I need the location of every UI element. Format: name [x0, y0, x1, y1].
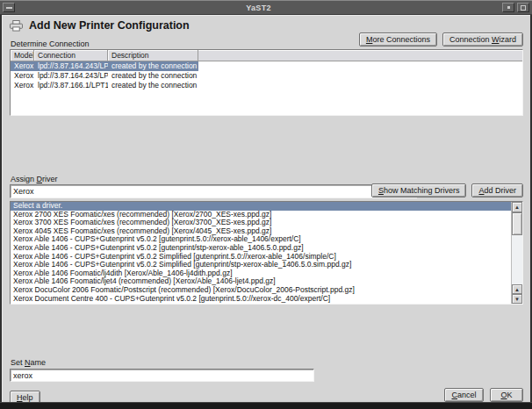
- scroll-up-button[interactable]: ▲: [512, 202, 522, 212]
- window-controls: [502, 3, 529, 12]
- driver-buttons: Show Matching Drivers Add Driver: [371, 183, 523, 197]
- driver-list-item[interactable]: Xerox Able 1406 - CUPS+Gutenprint v5.0.2…: [11, 235, 511, 244]
- button-label: Show Matching Drivers: [378, 186, 460, 195]
- connection-table-header: Model Connection Description: [11, 50, 522, 61]
- column-header-model[interactable]: Model: [11, 50, 34, 61]
- driver-list-item[interactable]: Xerox Able 1406 - CUPS+Gutenprint v5.0.2…: [11, 244, 511, 253]
- button-label: Help: [17, 393, 33, 402]
- button-label: Add Driver: [478, 186, 516, 195]
- iconify-button[interactable]: [502, 3, 514, 12]
- window-frame-bottom: [0, 402, 532, 409]
- button-label: Cancel: [451, 391, 476, 399]
- driver-list-item[interactable]: Xerox Document Centre 400 - CUPS+Gutenpr…: [11, 295, 511, 304]
- cell-model: Xerox: [11, 71, 34, 81]
- maximize-icon: [521, 5, 526, 11]
- driver-list-item[interactable]: Xerox 4045 XES Foomatic/xes (recommended…: [11, 227, 511, 236]
- connection-wizard-button[interactable]: Connection Wizard: [442, 32, 523, 47]
- scrollbar-bottom-buttons: ▲ ▼: [512, 284, 522, 304]
- cell-description: created by the connection wizard: [108, 61, 198, 71]
- more-connections-button[interactable]: More Connections: [359, 32, 437, 47]
- footer-right: Cancel OK: [444, 388, 523, 402]
- driver-list-item[interactable]: Xerox Able 1406 - CUPS+Gutenprint v5.0.2…: [11, 261, 511, 269]
- driver-search-input[interactable]: [10, 184, 417, 198]
- connection-buttons: More Connections Connection Wizard: [359, 32, 523, 47]
- window-title: YaST2: [15, 4, 502, 12]
- button-label: More Connections: [366, 35, 430, 44]
- cell-model: Xerox: [11, 81, 34, 90]
- cancel-button[interactable]: Cancel: [444, 388, 484, 402]
- add-driver-button[interactable]: Add Driver: [471, 183, 523, 197]
- driver-list-item[interactable]: Xerox 2700 XES Foomatic/xes (recommended…: [11, 211, 511, 219]
- scroll-down-button[interactable]: ▼: [512, 294, 522, 304]
- page-title: Add New Printer Configuration: [29, 19, 190, 32]
- cell-model: Xerox: [11, 61, 34, 71]
- iconify-icon: [507, 6, 510, 9]
- driver-list-item[interactable]: Xerox 3700 XES Foomatic/xes (recommended…: [11, 219, 511, 227]
- column-header-description[interactable]: Description: [108, 50, 198, 61]
- cell-connection: lpd://3.87.164.243/LPT1: [34, 61, 108, 71]
- driver-list-item[interactable]: Xerox Able 1406 Foomatic/ljet4 (recommen…: [11, 277, 511, 286]
- scroll-up-button-bottom[interactable]: ▲: [512, 284, 522, 294]
- driver-list-item[interactable]: Xerox Able 1406 - CUPS+Gutenprint v5.0.2…: [11, 253, 511, 262]
- cell-connection: lpd://3.87.164.243/LPT1: [34, 71, 108, 81]
- cell-description: created by the connection wizard: [108, 81, 198, 90]
- maximize-button[interactable]: [517, 3, 529, 12]
- driver-list: Select a driver. Xerox 2700 XES Foomatic…: [10, 201, 523, 305]
- scroll-down-icon: ▼: [514, 297, 520, 302]
- driver-list-scrollbar[interactable]: ▲ ▲ ▼: [511, 202, 522, 304]
- window-menu-button[interactable]: [3, 3, 15, 12]
- driver-list-item[interactable]: Xerox Able 1406 Foomatic/lj4dith [Xerox/…: [11, 269, 511, 278]
- scroll-up-icon: ▲: [514, 204, 520, 210]
- connection-row[interactable]: Xerox lpd://3.87.164.243/LPT1 created by…: [11, 71, 522, 81]
- connection-row[interactable]: Xerox lpd://3.87.166.1/LPT1 created by t…: [11, 81, 522, 90]
- window-titlebar[interactable]: YaST2: [0, 0, 532, 15]
- printer-name-input[interactable]: [10, 369, 314, 382]
- assign-driver-label: Assign Driver: [11, 175, 58, 183]
- dialog-content: Add New Printer Configuration Determine …: [2, 15, 530, 402]
- scrollbar-thumb[interactable]: [512, 212, 522, 235]
- driver-list-item[interactable]: Xerox DocuColor 2006 Foomatic/Postscript…: [11, 286, 511, 295]
- driver-list-item-selected[interactable]: Select a driver.: [11, 202, 511, 211]
- set-name-label: Set Name: [11, 358, 46, 367]
- connection-row-selected[interactable]: Xerox lpd://3.87.164.243/LPT1 created by…: [11, 61, 522, 71]
- determine-connection-label: Determine Connection: [11, 39, 90, 48]
- cell-connection: lpd://3.87.166.1/LPT1: [34, 81, 108, 90]
- button-label: OK: [500, 391, 512, 399]
- driver-list-items: Select a driver. Xerox 2700 XES Foomatic…: [11, 202, 511, 304]
- cell-description: created by the connection wizard: [108, 71, 198, 81]
- ok-button[interactable]: OK: [490, 388, 523, 402]
- button-label: Connection Wizard: [449, 35, 516, 44]
- show-matching-drivers-button[interactable]: Show Matching Drivers: [371, 183, 467, 197]
- printer-icon: [10, 20, 23, 32]
- column-header-connection[interactable]: Connection: [34, 50, 108, 61]
- connection-table: Model Connection Description Xerox lpd:/…: [10, 49, 523, 116]
- window-menu-icon: [6, 7, 12, 9]
- yast-window: YaST2 Add New Printer Configuration Dete…: [0, 0, 532, 409]
- scroll-up-icon: ▲: [514, 287, 520, 292]
- page-header: Add New Printer Configuration: [10, 19, 190, 32]
- column-header-filler: [198, 50, 522, 61]
